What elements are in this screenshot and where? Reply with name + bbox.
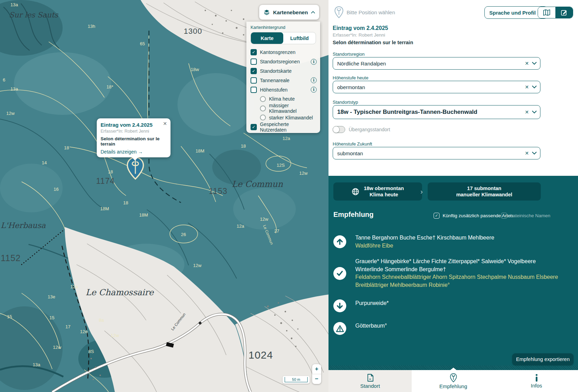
layer-item-klima-heute[interactable]: Klima heute [260, 94, 317, 104]
layer-label: mässiger Klimawandel [269, 103, 317, 114]
basemap-option-luftbild[interactable]: Luftbild [283, 32, 316, 44]
checkbox-unchecked-icon[interactable] [251, 77, 257, 84]
map-label: 15 [49, 315, 54, 320]
layer-item-gespeicherte-nutzerdaten[interactable]: ✓Gespeicherte Nutzerdaten [251, 122, 317, 132]
chevron-down-icon[interactable] [532, 111, 537, 113]
map-label: 13a [10, 86, 18, 92]
map-label: 1300 [184, 27, 202, 36]
map-label: 12S [277, 163, 285, 168]
tab-standort[interactable]: Standort [328, 370, 412, 392]
info-icon[interactable]: i [311, 59, 317, 65]
map-label: 65 [140, 41, 145, 46]
active-tab-notch [450, 368, 457, 370]
tab-standort-label: Standort [360, 383, 380, 389]
checkbox-unchecked-icon[interactable] [251, 58, 257, 65]
map-zoom-control: + − [312, 364, 321, 384]
radio-icon[interactable] [260, 105, 266, 111]
scenario-card-future[interactable]: 17 submontan manueller Klimawandel [428, 182, 541, 201]
standortsregion-value: Nördliche Randalpen [337, 61, 522, 66]
entry-author: Erfasser*In: Robert Jenni [333, 32, 385, 38]
checkbox-unchecked-icon[interactable] [501, 213, 507, 219]
chevron-down-icon[interactable] [532, 62, 537, 65]
chevron-right-icon: › [420, 187, 423, 196]
hoehenstufe-heute-select[interactable]: obermontan ✕ [333, 81, 540, 93]
map-label: 12e [80, 329, 88, 334]
tab-infos[interactable]: Infos [495, 370, 578, 392]
standortstyp-select[interactable]: 18w - Typischer Buntreitgras-Tannen-Buch… [333, 105, 540, 119]
map-label: 1024 [248, 349, 273, 361]
popup-note: Selon détermination sur le terrain [101, 136, 166, 147]
clear-icon[interactable]: ✕ [522, 61, 532, 66]
layer-label: Gespeicherte Nutzerdaten [260, 121, 317, 133]
map-layers-button[interactable]: Kartenebenen [259, 5, 319, 20]
uebergangsstandort-toggle[interactable] [333, 126, 345, 133]
chevron-down-icon[interactable] [532, 86, 537, 88]
radio-icon[interactable] [260, 115, 266, 120]
standortsregion-select[interactable]: Nördliche Randalpen ✕ [333, 57, 540, 70]
info-icon[interactable]: i [311, 77, 317, 83]
map-label: 13a [10, 2, 18, 7]
language-profile-label: Sprache und Profil [489, 10, 536, 16]
layer-item-standortskarte[interactable]: ✓Standortskarte [251, 66, 317, 76]
map-label: 12w [299, 171, 308, 176]
hoehenstufe-zukunft-select[interactable]: submontan ✕ [333, 147, 540, 159]
edit-view-button[interactable] [555, 7, 573, 18]
layer-item-starker-klimawandel[interactable]: starker Klimawandel [260, 113, 317, 123]
layer-item-kantonsgrenzen[interactable]: ✓Kantonsgrenzen [251, 48, 317, 57]
species-lines: Purpurweide* [355, 299, 389, 312]
clear-icon[interactable]: ✕ [522, 150, 532, 156]
tab-empfehlung[interactable]: Empfehlung [412, 370, 495, 392]
map-label: 16 [54, 187, 58, 192]
tab-empfehlung-label: Empfehlung [439, 383, 467, 389]
map-label: 8a [99, 317, 104, 323]
layer-item-tannenareale[interactable]: Tannenarealei [251, 76, 317, 85]
map-label: Le Commun [232, 179, 283, 189]
checkbox-checked-icon[interactable]: ✓ [251, 124, 257, 130]
species-line: Winterlinde Sommerlinde Bergulme† [355, 266, 558, 274]
scale-label: 50 m [285, 377, 308, 382]
map-canvas[interactable]: 13a13h6518w618*13a12w181418M1812a12S12w1… [0, 0, 328, 392]
info-icon [535, 374, 538, 382]
layer-item-h-henstufen[interactable]: Höhenstufeni [251, 85, 317, 94]
position-pin-icon [334, 6, 344, 18]
map-label: 18 [241, 143, 246, 149]
radio-icon[interactable] [260, 96, 266, 102]
zoom-in-button[interactable]: + [312, 364, 321, 374]
detail-panel: Bitte Position wählen Sprache und Profil… [328, 0, 578, 392]
treeapp-window: 13a13h6518w618*13a12w181418M1812a12S12w1… [0, 0, 578, 392]
popup-details-link[interactable]: Details anzeigen → [101, 149, 166, 155]
info-icon[interactable]: i [311, 87, 317, 93]
map-label: 26 [181, 232, 186, 237]
hoehenstufe-heute-value: obermontan [337, 84, 522, 90]
map-label: 1153 [209, 187, 227, 196]
chevron-down-icon[interactable] [532, 152, 537, 155]
map-label: L'Herbausa [1, 221, 46, 230]
species-line-future: Waldföhre Eibe [355, 242, 494, 250]
checkbox-unchecked-icon[interactable] [251, 87, 257, 93]
popup-close-icon[interactable]: ✕ [163, 121, 167, 126]
layer-item-standortsregionen[interactable]: Standortsregioneni [251, 57, 317, 66]
layer-item-m-ssiger-klimawandel[interactable]: mässiger Klimawandel [260, 104, 317, 113]
export-recommendation-button[interactable]: Empfehlung exportieren [512, 353, 573, 365]
map-label: 12a [237, 224, 244, 229]
species-line-future: Feldahorn Schneeballblättriger Ahorn Spi… [355, 273, 558, 281]
entry-title: Eintrag vom 2.4.2025 [333, 25, 388, 31]
map-label: 6 [3, 77, 5, 83]
map-view-button[interactable] [538, 7, 555, 18]
recommendation-group-warning: Götterbaum° [333, 322, 387, 335]
checkbox-checked-icon[interactable]: ✓ [251, 68, 257, 74]
current-card-line2: Klima heute [364, 191, 404, 198]
option-latin-names[interactable]: Lateinische Namen [501, 213, 551, 219]
zoom-out-button[interactable]: − [312, 374, 321, 384]
checkbox-checked-icon[interactable]: ✓ [434, 213, 440, 219]
scenario-card-current[interactable]: 18w obermontan Klima heute [333, 182, 422, 201]
clear-icon[interactable]: ✕ [522, 109, 532, 115]
layer-label: Höhenstufen [260, 87, 287, 93]
entry-note: Selon détermination sur le terrain [333, 40, 413, 45]
map-label: 17 [65, 324, 70, 329]
field-label-standortstyp: Standortstyp [333, 100, 358, 105]
clear-icon[interactable]: ✕ [522, 84, 532, 90]
checkbox-checked-icon[interactable]: ✓ [251, 49, 257, 55]
basemap-option-karte[interactable]: Karte [251, 32, 283, 44]
map-label: 12w [53, 345, 61, 350]
